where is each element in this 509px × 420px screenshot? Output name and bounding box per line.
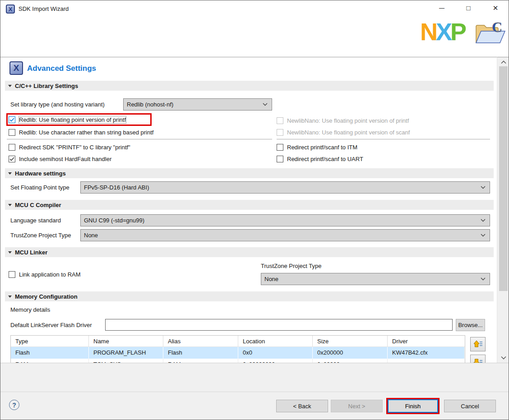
chevron-down-icon [481, 234, 486, 237]
cell-location: 0x20000000 [238, 359, 313, 363]
vertical-scrollbar[interactable] [497, 57, 509, 363]
checkbox-label: Include semihost HardFault handler [19, 156, 111, 162]
checkbox-newlibnano-scanf: NewlibNano: Use floating point version o… [277, 128, 410, 137]
column-header[interactable]: Size [313, 336, 388, 347]
checkbox-label: Link application to RAM [19, 271, 81, 278]
checkbox-redirect-uart[interactable]: Redirect printf/scanf to UART [277, 154, 363, 163]
back-button[interactable]: < Back [276, 400, 328, 412]
table-row-flash[interactable]: Flash PROGRAM_FLASH Flash 0x0 0x200000 K… [11, 347, 465, 359]
checkbox-checked-icon[interactable] [9, 116, 15, 123]
checkbox-redirect-sdk-printf[interactable]: Redirect SDK "PRINTF" to C library "prin… [9, 143, 130, 152]
cell-name: PROGRAM_FLASH [89, 347, 163, 359]
section-title: MCU Linker [15, 249, 47, 256]
column-header[interactable]: Driver [388, 336, 465, 347]
scrollbar-thumb[interactable] [499, 66, 508, 291]
cell-driver: KW47B42.cfx [388, 347, 465, 359]
fpu-type-select[interactable]: FPv5-SP-D16 (Hard ABI) [80, 181, 490, 194]
checkbox-redirect-itm[interactable]: Redirect printf/scanf to ITM [277, 143, 357, 152]
column-header[interactable]: Location [238, 336, 313, 347]
next-button[interactable]: Next > [331, 400, 383, 412]
move-up-button[interactable] [470, 337, 486, 351]
checkbox-link-app-to-ram[interactable]: Link application to RAM [9, 270, 81, 279]
scroll-up-button[interactable] [497, 58, 509, 66]
chevron-down-icon [263, 103, 268, 106]
svg-text:C: C [492, 19, 502, 35]
column-header[interactable]: Name [89, 336, 163, 347]
column-header[interactable]: Type [11, 336, 89, 347]
checkbox-unchecked-icon[interactable] [9, 129, 15, 136]
memory-table[interactable]: Type Name Alias Location Size Driver Fla… [10, 335, 465, 363]
cell-alias: Flash [163, 347, 238, 359]
column-header[interactable]: Alias [163, 336, 238, 347]
checkbox-checked-icon[interactable] [9, 156, 15, 162]
section-hardware-settings[interactable]: Hardware settings [5, 168, 494, 178]
language-standard-select[interactable]: GNU C99 (-std=gnu99) [80, 214, 490, 226]
compiler-trustzone-select[interactable]: None [80, 229, 490, 241]
question-mark-icon: ? [12, 402, 16, 409]
section-title: C/C++ Library Settings [15, 83, 78, 89]
collapse-triangle-icon [8, 172, 12, 175]
move-down-button[interactable] [470, 355, 486, 363]
maximize-button[interactable]: □ [458, 0, 479, 15]
section-library-settings[interactable]: C/C++ Library Settings [5, 81, 494, 91]
checkbox-unchecked-icon[interactable] [9, 271, 15, 278]
section-title: MCU C Compiler [15, 202, 61, 208]
cell-size: 0x200000 [313, 347, 388, 359]
checkbox-unchecked-icon[interactable] [277, 144, 283, 151]
memory-details-label: Memory details [10, 306, 50, 313]
library-type-select[interactable]: Redlib (nohost-nf) [123, 98, 272, 111]
checkbox-unchecked-icon[interactable] [9, 144, 15, 151]
flash-driver-label: Default LinkServer Flash Driver [10, 322, 92, 328]
cell-alias: RAM [163, 359, 238, 363]
finish-button[interactable]: Finish [388, 399, 438, 413]
chevron-down-icon [481, 277, 486, 281]
linker-trustzone-select[interactable]: None [261, 273, 490, 285]
checkbox-redlib-char-printf[interactable]: Redlib: Use character rather than string… [9, 128, 153, 137]
button-bar: ? < Back Next > Finish Cancel [0, 363, 509, 420]
sdk-import-wizard-dialog: X SDK Import Wizard — □ ✕ NXP C X Advanc… [0, 0, 509, 420]
title-bar: X SDK Import Wizard — □ ✕ [0, 0, 509, 18]
minimize-button[interactable]: — [431, 0, 452, 15]
app-x-logo-glyph: X [9, 6, 13, 13]
collapse-triangle-icon [8, 204, 12, 206]
arrow-up-icon [473, 340, 483, 349]
divider [7, 139, 272, 139]
nxp-letter-x: X [436, 18, 450, 45]
language-standard-value: GNU C99 (-std=gnu99) [84, 217, 144, 224]
scroll-down-button[interactable] [497, 354, 509, 361]
c-project-folder-icon: C [472, 18, 507, 48]
help-button[interactable]: ? [9, 400, 19, 410]
chevron-up-icon [501, 60, 506, 64]
finish-highlight: Finish [386, 398, 440, 414]
close-icon: ✕ [493, 4, 499, 12]
section-memory-configuration[interactable]: Memory Configuration [5, 291, 494, 301]
browse-button[interactable]: Browse... [456, 319, 485, 331]
checkbox-unchecked-icon[interactable] [277, 156, 283, 162]
page-title: Advanced Settings [27, 64, 96, 73]
flash-driver-input[interactable] [105, 319, 453, 331]
cell-name: TCM_SYS [89, 359, 163, 363]
cell-type: RAM [11, 359, 89, 363]
arrow-down-icon [473, 357, 483, 363]
section-mcu-c-compiler[interactable]: MCU C Compiler [5, 200, 494, 210]
collapse-triangle-icon [8, 295, 12, 298]
maximize-icon: □ [466, 4, 470, 12]
checkbox-redlib-float-printf[interactable]: Redlib: Use floating point version of pr… [9, 115, 126, 124]
checkbox-semihost-hardfault[interactable]: Include semihost HardFault handler [9, 154, 111, 163]
nxp-logo: NXP [420, 18, 465, 45]
section-mcu-linker[interactable]: MCU Linker [5, 247, 494, 257]
chevron-down-icon [481, 219, 486, 222]
checkbox-label: NewlibNano: Use floating point version o… [287, 117, 409, 124]
close-button[interactable]: ✕ [485, 0, 506, 15]
checkbox-label: Redlib: Use floating point version of pr… [19, 116, 126, 123]
checkbox-label: Redirect SDK "PRINTF" to C library "prin… [19, 144, 130, 151]
table-row-ram[interactable]: RAM TCM_SYS RAM 0x20000000 0x20000 [11, 359, 465, 363]
app-x-logo-icon: X [6, 5, 15, 14]
language-standard-label: Language standard [10, 217, 61, 224]
checkbox-newlibnano-printf: NewlibNano: Use floating point version o… [277, 116, 409, 125]
nxp-letter-p: P [450, 18, 465, 45]
cancel-button[interactable]: Cancel [444, 400, 496, 412]
checkbox-label: NewlibNano: Use floating point version o… [287, 129, 410, 136]
fpu-type-label: Set Floating Point type [10, 184, 69, 191]
wizard-content: X Advanced Settings C/C++ Library Settin… [0, 57, 497, 363]
